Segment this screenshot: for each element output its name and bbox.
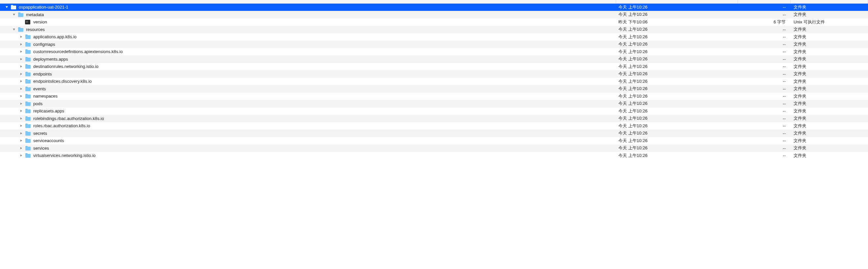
folder-icon xyxy=(10,5,17,9)
folder-icon xyxy=(25,72,31,77)
folder-icon xyxy=(18,27,24,32)
disclosure-collapsed-icon[interactable] xyxy=(19,124,23,127)
item-name: deployments.apps xyxy=(33,57,68,62)
item-name: applications.app.k8s.io xyxy=(33,34,77,39)
disclosure-collapsed-icon[interactable] xyxy=(19,102,23,105)
item-kind: 文件夹 xyxy=(790,78,868,85)
item-kind: 文件夹 xyxy=(790,85,868,92)
item-date: 今天 上午10:26 xyxy=(616,33,738,41)
table-row[interactable]: ospapplication-uat-2021-1今天 上午10:26--文件夹 xyxy=(0,3,868,11)
item-name: serviceaccounts xyxy=(33,138,64,143)
item-name: events xyxy=(33,86,46,91)
item-date: 今天 上午10:26 xyxy=(616,92,738,100)
table-row[interactable]: endpointslices.discovery.k8s.io今天 上午10:2… xyxy=(0,78,868,85)
item-name: endpoints xyxy=(33,72,52,77)
table-row[interactable]: roles.rbac.authorization.k8s.io今天 上午10:2… xyxy=(0,122,868,130)
table-row[interactable]: virtualservices.networking.istio.io今天 上午… xyxy=(0,152,868,160)
table-row[interactable]: pods今天 上午10:26--文件夹 xyxy=(0,100,868,107)
item-kind: 文件夹 xyxy=(790,92,868,100)
item-name: pods xyxy=(33,101,42,106)
item-date: 今天 上午10:26 xyxy=(616,3,738,11)
item-date: 今天 上午10:26 xyxy=(616,115,738,122)
item-date: 今天 上午10:26 xyxy=(616,78,738,85)
table-row[interactable]: deployments.apps今天 上午10:26--文件夹 xyxy=(0,55,868,63)
item-name: secrets xyxy=(33,131,47,136)
disclosure-collapsed-icon[interactable] xyxy=(19,43,23,46)
item-date: 今天 上午10:26 xyxy=(616,144,738,152)
item-name: services xyxy=(33,146,49,151)
disclosure-collapsed-icon[interactable] xyxy=(19,80,23,83)
table-row[interactable]: endpoints今天 上午10:26--文件夹 xyxy=(0,70,868,78)
item-kind: 文件夹 xyxy=(790,11,868,19)
item-size: -- xyxy=(738,63,790,71)
column-header-size[interactable] xyxy=(738,0,790,3)
item-size: -- xyxy=(738,130,790,137)
item-kind: 文件夹 xyxy=(790,63,868,71)
item-name: version xyxy=(33,20,47,24)
item-size: -- xyxy=(738,144,790,152)
disclosure-collapsed-icon[interactable] xyxy=(19,109,23,112)
item-date: 今天 上午10:26 xyxy=(616,70,738,78)
column-header-name[interactable] xyxy=(0,0,616,3)
disclosure-collapsed-icon[interactable] xyxy=(19,50,23,53)
item-name: metadata xyxy=(26,12,44,17)
item-name: namespaces xyxy=(33,93,58,99)
table-row[interactable]: replicasets.apps今天 上午10:26--文件夹 xyxy=(0,107,868,115)
table-row[interactable]: namespaces今天 上午10:26--文件夹 xyxy=(0,92,868,100)
disclosure-collapsed-icon[interactable] xyxy=(19,87,23,90)
item-size: -- xyxy=(738,33,790,41)
item-kind: 文件夹 xyxy=(790,33,868,41)
disclosure-collapsed-icon[interactable] xyxy=(19,154,23,157)
item-kind: 文件夹 xyxy=(790,48,868,56)
item-kind: 文件夹 xyxy=(790,137,868,145)
disclosure-expanded-icon[interactable] xyxy=(12,28,16,31)
table-row[interactable]: customresourcedefinitions.apiextensions.… xyxy=(0,48,868,56)
disclosure-expanded-icon[interactable] xyxy=(5,6,9,8)
item-size: -- xyxy=(738,85,790,92)
table-row[interactable]: applications.app.k8s.io今天 上午10:26--文件夹 xyxy=(0,33,868,41)
folder-icon xyxy=(25,131,31,136)
disclosure-collapsed-icon[interactable] xyxy=(19,147,23,150)
item-kind: 文件夹 xyxy=(790,55,868,63)
item-date: 今天 上午10:26 xyxy=(616,48,738,56)
table-row[interactable]: version昨天 下午10:066 字节Unix 可执行文件 xyxy=(0,19,868,26)
disclosure-collapsed-icon[interactable] xyxy=(19,65,23,68)
item-size: -- xyxy=(738,152,790,160)
item-kind: 文件夹 xyxy=(790,70,868,78)
item-kind: 文件夹 xyxy=(790,152,868,160)
folder-icon xyxy=(25,153,31,158)
folder-icon xyxy=(25,108,31,113)
folder-icon xyxy=(25,138,31,143)
table-row[interactable]: rolebindings.rbac.authorization.k8s.io今天… xyxy=(0,115,868,122)
item-kind: 文件夹 xyxy=(790,130,868,137)
disclosure-collapsed-icon[interactable] xyxy=(19,73,23,76)
column-header-kind[interactable] xyxy=(790,0,868,3)
disclosure-expanded-icon[interactable] xyxy=(12,13,16,16)
disclosure-collapsed-icon[interactable] xyxy=(19,35,23,38)
table-row[interactable]: services今天 上午10:26--文件夹 xyxy=(0,144,868,152)
disclosure-collapsed-icon[interactable] xyxy=(19,95,23,98)
item-kind: 文件夹 xyxy=(790,3,868,11)
item-kind: 文件夹 xyxy=(790,100,868,107)
table-row[interactable]: metadata今天 上午10:26--文件夹 xyxy=(0,11,868,19)
disclosure-collapsed-icon[interactable] xyxy=(19,139,23,142)
table-row[interactable]: events今天 上午10:26--文件夹 xyxy=(0,85,868,92)
table-row[interactable]: secrets今天 上午10:26--文件夹 xyxy=(0,130,868,137)
item-kind: 文件夹 xyxy=(790,26,868,33)
item-date: 今天 上午10:26 xyxy=(616,122,738,130)
item-date: 今天 上午10:26 xyxy=(616,63,738,71)
disclosure-collapsed-icon[interactable] xyxy=(19,58,23,61)
item-date: 今天 上午10:26 xyxy=(616,152,738,160)
table-row[interactable]: configmaps今天 上午10:26--文件夹 xyxy=(0,41,868,48)
column-header-date[interactable] xyxy=(616,0,738,3)
folder-icon xyxy=(25,49,31,54)
item-date: 昨天 下午10:06 xyxy=(616,19,738,26)
table-row[interactable]: serviceaccounts今天 上午10:26--文件夹 xyxy=(0,137,868,145)
item-size: -- xyxy=(738,137,790,145)
table-row[interactable]: destinationrules.networking.istio.io今天 上… xyxy=(0,63,868,71)
item-date: 今天 上午10:26 xyxy=(616,55,738,63)
table-row[interactable]: resources今天 上午10:26--文件夹 xyxy=(0,26,868,33)
item-size: -- xyxy=(738,3,790,11)
disclosure-collapsed-icon[interactable] xyxy=(19,117,23,120)
disclosure-collapsed-icon[interactable] xyxy=(19,132,23,135)
